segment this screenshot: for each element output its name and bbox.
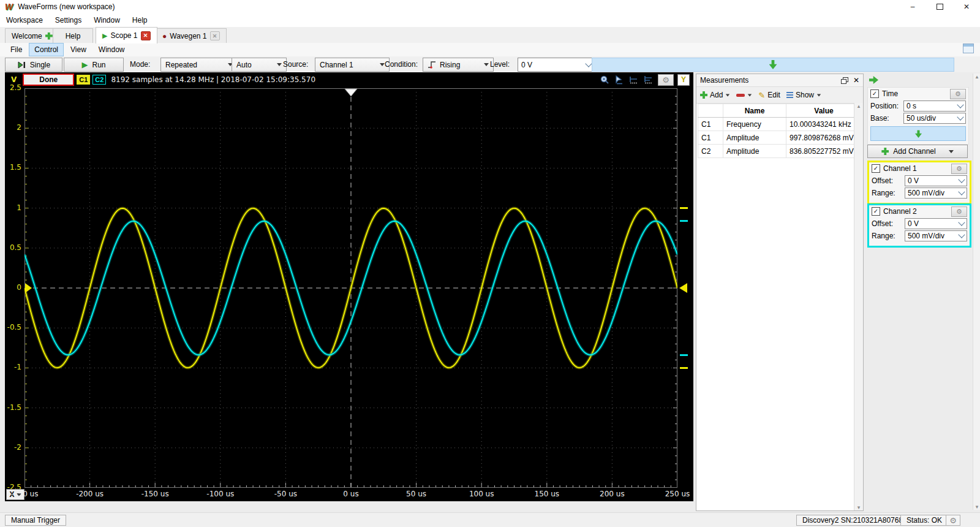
add-measurement-button[interactable]: Add (700, 91, 730, 99)
time-checkbox[interactable] (870, 89, 879, 98)
offset-label: Offset: (872, 176, 893, 185)
menu-help[interactable]: Help (126, 13, 154, 27)
single-acquisition-icon (17, 61, 26, 69)
scope-menu-control[interactable]: Control (29, 43, 64, 56)
channel-offset-marker[interactable] (25, 283, 32, 293)
edit-measurement-button[interactable]: ✎ Edit (758, 91, 780, 100)
measurement-row[interactable]: C2Amplitude836.805227752 mV (698, 145, 862, 158)
collapse-panel-button[interactable] (866, 75, 881, 85)
plot-settings-button[interactable]: ⚙ (658, 74, 674, 86)
scroll-down-icon[interactable]: ▾ (976, 504, 979, 510)
green-down-arrow-icon (769, 60, 777, 69)
tab-welcome[interactable]: Welcome (5, 28, 59, 43)
close-panel-icon[interactable]: ✕ (853, 76, 859, 85)
channel2-offset-combo[interactable]: 0 V (905, 218, 967, 229)
measurement-cell: 10.000343241 kHz (786, 118, 862, 131)
remove-measurement-button[interactable] (736, 94, 752, 97)
zoom-icon[interactable] (599, 75, 610, 85)
restore-layout-icon[interactable] (963, 44, 974, 53)
mode-dropdown[interactable]: Repeated (160, 58, 238, 72)
channel1-group: Channel 1 ⚙ Offset: 0 V Range: 500 mV/di… (867, 161, 971, 205)
tab-wavegen[interactable]: ● Wavegen 1 ✕ (156, 28, 227, 43)
menu-workspace[interactable]: Workspace (0, 13, 49, 27)
add-channel-button[interactable]: Add Channel (867, 145, 968, 158)
column-header-value: Value (786, 104, 862, 118)
float-panel-icon[interactable] (841, 77, 848, 84)
channel1-badge[interactable]: C1 (77, 75, 90, 85)
y-cursors-icon[interactable] (643, 75, 654, 85)
chevron-down-icon (957, 101, 963, 108)
cursor-icon[interactable] (614, 75, 625, 85)
waveforms-logo-icon: W (5, 2, 13, 12)
chevron-down-icon (585, 60, 592, 67)
device-status[interactable]: Discovery2 SN:210321A80768 (796, 515, 909, 526)
y-axis-menu-button[interactable]: Y (677, 74, 690, 86)
y-tick-label: 0 (17, 283, 21, 292)
trigger-mode-dropdown[interactable]: Auto (232, 58, 287, 72)
position-label: Position: (870, 102, 899, 110)
c2-max-marker (680, 220, 688, 222)
close-tab-icon[interactable]: ✕ (210, 31, 220, 40)
measurements-scrollbar[interactable]: ▴ ▾ (854, 103, 863, 510)
channel2-badge[interactable]: C2 (92, 75, 106, 85)
play-icon: ▶ (102, 32, 107, 40)
gear-icon: ⚙ (956, 208, 962, 215)
panel-scrollbar[interactable]: ▴ ▾ (973, 74, 980, 510)
base-label: Base: (870, 114, 889, 123)
caret-down-icon (748, 94, 752, 96)
x-tick-label: 200 us (600, 490, 625, 498)
status-ok[interactable]: Status: OK (900, 515, 948, 526)
menu-settings[interactable]: Settings (49, 13, 88, 27)
c1-max-marker (680, 207, 688, 209)
channel1-settings-button[interactable]: ⚙ (951, 164, 967, 174)
minus-icon (736, 94, 745, 97)
channel2-settings-button[interactable]: ⚙ (951, 207, 967, 217)
measurement-row[interactable]: C1Amplitude997.809876268 mV (698, 131, 862, 145)
show-measurement-button[interactable]: Show (786, 91, 821, 99)
level-combo[interactable]: 0 V (518, 58, 595, 72)
close-tab-icon[interactable]: ✕ (141, 31, 151, 40)
minimize-button[interactable]: – (899, 0, 926, 13)
condition-dropdown[interactable]: Rising (423, 58, 494, 72)
scope-menu-view[interactable]: View (65, 44, 92, 56)
scroll-up-icon[interactable]: ▴ (976, 74, 979, 80)
tab-help[interactable]: Help (53, 28, 93, 43)
measurement-row[interactable]: C1Frequency10.000343241 kHz (698, 118, 862, 131)
list-icon (786, 92, 793, 98)
time-drop-strip (870, 126, 966, 141)
time-settings-button[interactable]: ⚙ (950, 89, 966, 99)
time-base-combo[interactable]: 50 us/div (903, 113, 966, 124)
source-dropdown[interactable]: Channel 1 (315, 58, 390, 72)
trigger-level-handle[interactable] (679, 283, 687, 293)
run-button[interactable]: ▶ Run (64, 58, 124, 72)
close-button[interactable]: ✕ (953, 0, 980, 13)
channel1-offset-combo[interactable]: 0 V (905, 175, 967, 186)
channel2-checkbox[interactable] (872, 207, 880, 216)
caret-down-icon (484, 63, 489, 66)
x-cursors-icon[interactable] (628, 75, 639, 85)
right-marker-gutter (677, 88, 693, 488)
scope-menu-file[interactable]: File (5, 44, 28, 56)
menu-window[interactable]: Window (88, 13, 126, 27)
single-button[interactable]: Single (5, 58, 62, 72)
waveform-plot[interactable] (24, 88, 677, 488)
channel1-checkbox[interactable] (872, 164, 880, 173)
x-tick-label: -150 us (141, 490, 169, 498)
measurements-table: Name Value C1Frequency10.000343241 kHzC1… (698, 104, 862, 158)
tab-scope[interactable]: ▶ Scope 1 ✕ (96, 27, 157, 44)
scope-menu-window[interactable]: Window (93, 44, 130, 56)
scroll-down-icon[interactable]: ▾ (858, 504, 861, 510)
manual-trigger-button[interactable]: Manual Trigger (5, 515, 66, 526)
scope-display[interactable]: V Done C1 C2 8192 samples at 14.28 MHz |… (5, 72, 693, 501)
device-settings-button[interactable]: ⚙ (946, 515, 960, 526)
caret-down-icon (726, 94, 729, 96)
offset-label: Offset: (872, 219, 893, 228)
channel1-range-combo[interactable]: 500 mV/div (905, 188, 967, 199)
y-tick-label: 1 (17, 203, 21, 212)
trigger-position-marker[interactable] (345, 89, 357, 96)
channel2-range-combo[interactable]: 500 mV/div (905, 230, 967, 241)
channel1-label: Channel 1 (883, 164, 917, 173)
maximize-button[interactable] (926, 0, 953, 13)
time-position-combo[interactable]: 0 s (903, 100, 966, 112)
scroll-up-icon[interactable]: ▴ (858, 103, 861, 109)
